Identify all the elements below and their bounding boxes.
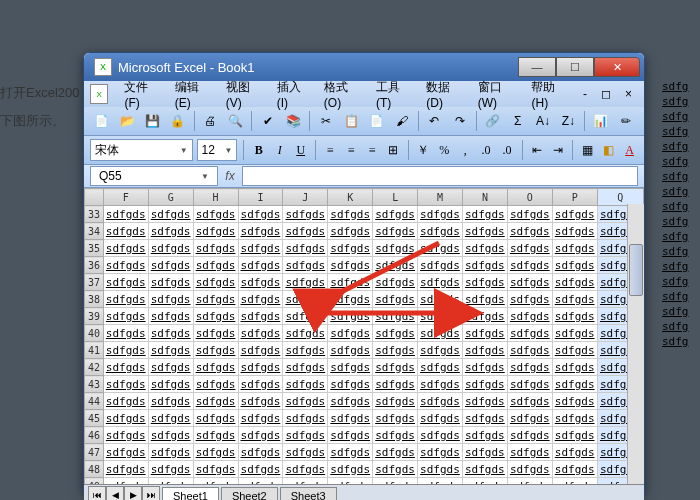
cell[interactable]: sdfgds [373,257,418,274]
cell[interactable]: sdfgds [418,240,463,257]
column-header[interactable]: L [373,189,418,206]
menu-view[interactable]: 视图(V) [218,77,267,112]
cell[interactable]: sdfgds [283,206,328,223]
sort-desc-icon[interactable]: Z↓ [557,109,580,133]
menu-window[interactable]: 窗口(W) [470,77,522,112]
cell[interactable]: sdfgds [507,274,552,291]
cell[interactable]: sdfgds [103,427,148,444]
align-left-button[interactable]: ≡ [322,139,339,161]
column-header[interactable]: H [193,189,238,206]
cell[interactable]: sdfgds [418,291,463,308]
cell[interactable]: sdfgds [507,206,552,223]
cell[interactable]: sdfgds [462,427,507,444]
increase-decimal-button[interactable]: .0 [478,139,495,161]
cell[interactable]: sdfgds [148,444,193,461]
cell[interactable]: sdfgds [238,274,283,291]
print-icon[interactable]: 🖨 [199,109,222,133]
cell[interactable]: sdfgds [418,223,463,240]
cell[interactable]: sdfgds [552,393,597,410]
cell[interactable]: sdfgds [193,308,238,325]
doc-close[interactable]: × [619,85,638,103]
increase-indent-button[interactable]: ⇥ [549,139,566,161]
app-icon[interactable]: X [90,84,108,104]
cell[interactable]: sdfgds [283,240,328,257]
open-icon[interactable]: 📂 [115,109,138,133]
cell[interactable]: sdfgds [193,291,238,308]
cell[interactable]: sdfgds [418,478,463,485]
select-all-corner[interactable] [85,189,104,206]
cell[interactable]: sdfgds [552,240,597,257]
cell[interactable]: sdfgds [418,410,463,427]
cell[interactable]: sdfgds [507,342,552,359]
column-header[interactable]: Q [597,189,643,206]
cell[interactable]: sdfgds [328,461,373,478]
row-header[interactable]: 47 [85,444,104,461]
chart-icon[interactable]: 📊 [589,109,612,133]
cell[interactable]: sdfgds [328,257,373,274]
hyperlink-icon[interactable]: 🔗 [481,109,504,133]
cell[interactable]: sdfgds [193,257,238,274]
cell[interactable]: sdfgds [328,444,373,461]
cell[interactable]: sdfgds [328,393,373,410]
column-header[interactable]: G [148,189,193,206]
menu-format[interactable]: 格式(O) [316,77,366,112]
sheet-tab[interactable]: Sheet3 [280,487,337,501]
cell[interactable]: sdfgds [283,461,328,478]
cell[interactable]: sdfgds [462,240,507,257]
cell[interactable]: sdfgds [507,478,552,485]
menu-help[interactable]: 帮助(H) [523,77,573,112]
cell[interactable]: sdfgds [238,206,283,223]
cell[interactable]: sdfgds [462,257,507,274]
cut-icon[interactable]: ✂ [314,109,337,133]
column-header[interactable]: P [552,189,597,206]
cell[interactable]: sdfgds [462,291,507,308]
cell[interactable]: sdfgds [418,393,463,410]
cell[interactable]: sdfgds [462,308,507,325]
autosum-icon[interactable]: Σ [506,109,529,133]
cell[interactable]: sdfgds [552,342,597,359]
cell[interactable]: sdfgds [103,325,148,342]
minimize-button[interactable]: — [518,57,556,77]
cell[interactable]: sdfgds [507,325,552,342]
cell[interactable]: sdfgds [418,461,463,478]
cell[interactable]: sdfgds [283,376,328,393]
row-header[interactable]: 45 [85,410,104,427]
cell[interactable]: sdfgds [283,393,328,410]
cell[interactable]: sdfgds [552,308,597,325]
cell[interactable]: sdfgds [507,410,552,427]
cell[interactable]: sdfgds [238,444,283,461]
cell[interactable]: sdfgds [328,325,373,342]
tab-nav-prev[interactable]: ◀ [106,486,124,500]
cell[interactable]: sdfgds [373,461,418,478]
cell[interactable]: sdfgds [148,240,193,257]
cell[interactable]: sdfgds [507,291,552,308]
cell[interactable]: sdfgds [462,206,507,223]
cell[interactable]: sdfgds [462,274,507,291]
cell[interactable]: sdfgds [418,308,463,325]
format-painter-icon[interactable]: 🖌 [390,109,413,133]
permission-icon[interactable]: 🔒 [166,109,189,133]
cell[interactable]: sdfgds [373,410,418,427]
row-header[interactable]: 44 [85,393,104,410]
cell[interactable]: sdfgds [238,223,283,240]
undo-icon[interactable]: ↶ [423,109,446,133]
cell[interactable]: sdfgds [238,291,283,308]
row-header[interactable]: 43 [85,376,104,393]
cell[interactable]: sdfgds [238,393,283,410]
borders-button[interactable]: ▦ [579,139,596,161]
align-right-button[interactable]: ≡ [364,139,381,161]
cell[interactable]: sdfgds [193,342,238,359]
cell[interactable]: sdfgds [283,274,328,291]
currency-button[interactable]: ￥ [415,139,432,161]
cell[interactable]: sdfgds [103,342,148,359]
decrease-indent-button[interactable]: ⇤ [528,139,545,161]
cell[interactable]: sdfgds [418,427,463,444]
cell[interactable]: sdfgds [552,427,597,444]
row-header[interactable]: 33 [85,206,104,223]
cell[interactable]: sdfgds [552,274,597,291]
fill-color-button[interactable]: ◧ [600,139,617,161]
cell[interactable]: sdfgds [148,427,193,444]
cell[interactable]: sdfgds [328,223,373,240]
cell[interactable]: sdfgds [373,359,418,376]
cell[interactable]: sdfgds [238,240,283,257]
